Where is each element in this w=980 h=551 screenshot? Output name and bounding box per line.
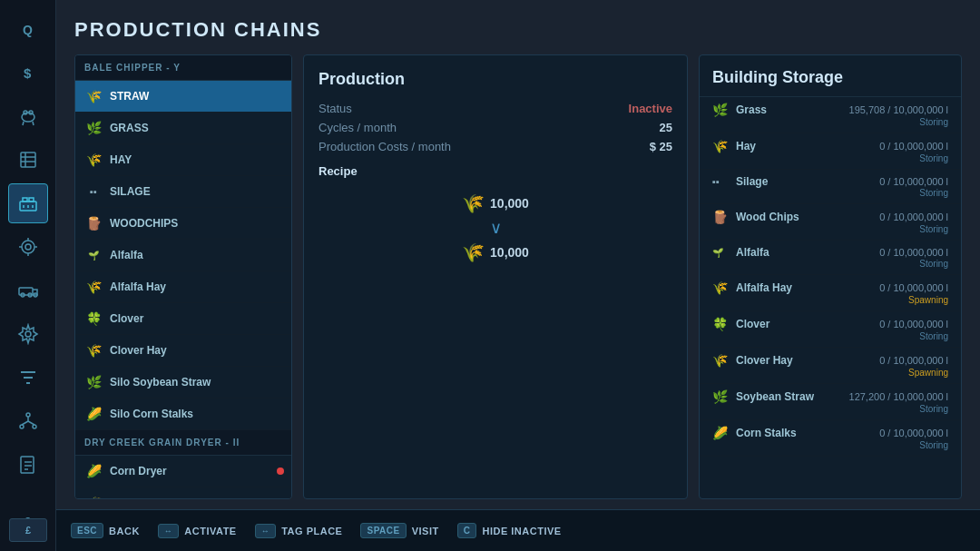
chain-item-alfalfa-hay[interactable]: 🌾 Alfalfa Hay: [75, 271, 291, 303]
clover-hay-storage-icon: 🌾: [712, 353, 729, 368]
chain-item-clover-label: Clover: [110, 312, 143, 325]
chain-item-silo-corn-stalks[interactable]: 🌽 Silo Corn Stalks: [75, 398, 291, 430]
visit-button[interactable]: SPACE VISIT: [360, 523, 438, 538]
hide-inactive-button[interactable]: C HIDE INACTIVE: [457, 523, 562, 538]
activate-label: ACTIVATE: [184, 526, 236, 536]
chain-item-silo-wheat[interactable]: 🌾 Silo Wheat: [75, 487, 291, 499]
svg-line-5: [23, 122, 24, 125]
alfalfa-storage-status: Storing: [712, 259, 948, 272]
chain-item-alfalfa-label: Alfalfa: [110, 249, 143, 261]
chain-item-silo-wheat-label: Silo Wheat: [110, 497, 165, 499]
soybean-straw-storage-icon: 🌿: [712, 389, 729, 404]
sidebar-item-fields[interactable]: [8, 227, 48, 267]
costs-row: Production Costs / month $ 25: [318, 140, 672, 153]
sidebar-item-production[interactable]: [8, 183, 48, 223]
storage-item-alfalfa-hay: 🌾 Alfalfa Hay 0 / 10,000,000 l Spawning: [700, 275, 961, 311]
activate-key-badge: ↔: [158, 524, 180, 538]
grass-storage-amount: 195,708 / 10,000,000 l: [849, 104, 948, 115]
hay-storage-name: Hay: [736, 140, 872, 153]
chain-item-silo-soybean-label: Silo Soybean Straw: [110, 376, 211, 389]
hay-storage-amount: 0 / 10,000,000 l: [879, 141, 948, 152]
cycles-value: 25: [660, 121, 672, 134]
chain-item-clover-hay-label: Clover Hay: [110, 344, 167, 357]
alfalfa-storage-name: Alfalfa: [736, 246, 872, 259]
alfalfa-icon: 🌱: [84, 246, 103, 264]
corn-dryer-icon: 🌽: [84, 462, 103, 480]
storage-item-soybean-straw: 🌿 Soybean Straw 127,200 / 10,000,000 l S…: [700, 384, 961, 420]
storage-item-grass: 🌿 Grass 195,708 / 10,000,000 l Storing: [700, 97, 961, 133]
panels-container: BALE CHIPPER - Y 🌾 STRAW 🌿 GRASS 🌾 HAY ▪…: [74, 54, 962, 499]
sidebar-item-help[interactable]: [8, 445, 48, 485]
sidebar-item-vehicles[interactable]: [8, 271, 48, 310]
recipe-output: 🌾 10,000: [462, 241, 529, 263]
chain-item-woodchips[interactable]: 🪵 WOODCHIPS: [75, 208, 291, 240]
corner-label: £: [25, 525, 31, 536]
sidebar: Q $: [0, 0, 56, 551]
hide-inactive-label: HIDE INACTIVE: [482, 526, 561, 536]
silage-storage-icon: ▪▪: [712, 176, 729, 187]
corn-stalks-storage-status: Storing: [712, 440, 948, 454]
section-header-dry-creek: DRY CREEK GRAIN DRYER - II: [75, 430, 291, 456]
corner-button[interactable]: £: [9, 518, 47, 542]
silo-soybean-icon: 🌿: [84, 373, 103, 391]
clover-icon: 🍀: [84, 310, 103, 328]
sidebar-item-livestock[interactable]: [8, 96, 48, 136]
chain-item-clover-hay[interactable]: 🌾 Clover Hay: [75, 335, 291, 367]
svg-rect-37: [21, 457, 34, 473]
costs-label: Production Costs / month: [318, 140, 451, 153]
hay-storage-icon: 🌾: [712, 139, 729, 153]
grass-icon: 🌿: [84, 119, 103, 137]
section-header-bale-chipper: BALE CHIPPER - Y: [75, 55, 291, 81]
sidebar-item-maps[interactable]: [8, 140, 48, 180]
sidebar-item-quest[interactable]: Q: [8, 9, 48, 49]
silage-storage-amount: 0 / 10,000,000 l: [879, 176, 948, 187]
svg-line-6: [33, 122, 34, 125]
tag-button[interactable]: ↔ TAG PLACE: [255, 524, 343, 538]
svg-rect-7: [21, 153, 35, 167]
corn-dryer-status-dot: [277, 467, 284, 475]
chain-item-clover[interactable]: 🍀 Clover: [75, 303, 291, 335]
storage-item-silage: ▪▪ Silage 0 / 10,000,000 l Storing: [700, 170, 961, 204]
chain-item-hay[interactable]: 🌾 HAY: [75, 144, 291, 176]
alfalfa-storage-amount: 0 / 10,000,000 l: [879, 247, 948, 258]
page-title: PRODUCTION CHAINS: [74, 18, 962, 42]
soybean-straw-storage-amount: 127,200 / 10,000,000 l: [849, 391, 948, 402]
sidebar-item-economy[interactable]: $: [8, 53, 48, 93]
sidebar-item-settings[interactable]: [8, 314, 48, 354]
chain-item-silo-corn-stalks-label: Silo Corn Stalks: [110, 408, 193, 420]
svg-text:Q: Q: [23, 23, 33, 37]
sidebar-item-org[interactable]: [8, 401, 48, 441]
main-content: PRODUCTION CHAINS BALE CHIPPER - Y 🌾 STR…: [56, 0, 980, 508]
back-button[interactable]: ESC BACK: [71, 523, 140, 538]
grass-storage-icon: 🌿: [712, 103, 729, 117]
recipe-title: Recipe: [318, 164, 672, 178]
straw-icon: 🌾: [84, 87, 103, 105]
chain-item-grass[interactable]: 🌿 GRASS: [75, 113, 291, 144]
chain-item-silo-soybean[interactable]: 🌿 Silo Soybean Straw: [75, 367, 291, 398]
activate-button[interactable]: ↔ ACTIVATE: [158, 524, 237, 538]
clover-hay-storage-amount: 0 / 10,000,000 l: [879, 355, 948, 366]
alfalfa-hay-storage-icon: 🌾: [712, 280, 729, 295]
recipe-output-icon: 🌾: [462, 241, 485, 263]
svg-rect-13: [29, 198, 34, 202]
alfalfa-hay-storage-status: Spawning: [712, 295, 948, 309]
chain-item-silage[interactable]: ▪▪ SILAGE: [75, 176, 291, 208]
svg-point-18: [25, 244, 31, 250]
silo-wheat-icon: 🌾: [84, 494, 103, 499]
chain-item-alfalfa[interactable]: 🌱 Alfalfa: [75, 240, 291, 271]
chain-item-corn-dryer[interactable]: 🌽 Corn Dryer: [75, 456, 291, 487]
svg-line-36: [28, 421, 34, 425]
woodchips-storage-amount: 0 / 10,000,000 l: [879, 212, 948, 222]
chains-panel: BALE CHIPPER - Y 🌾 STRAW 🌿 GRASS 🌾 HAY ▪…: [74, 54, 292, 499]
storage-item-corn-stalks: 🌽 Corn Stalks 0 / 10,000,000 l Storing: [700, 420, 961, 457]
sidebar-item-filters[interactable]: [8, 358, 48, 398]
clover-storage-icon: 🍀: [712, 317, 729, 331]
svg-rect-12: [23, 198, 27, 202]
status-row: Status Inactive: [318, 102, 672, 115]
storage-item-clover-hay: 🌾 Clover Hay 0 / 10,000,000 l Spawning: [700, 348, 961, 384]
costs-value: $ 25: [650, 140, 672, 153]
status-label: Status: [318, 102, 352, 115]
soybean-straw-storage-status: Storing: [712, 404, 948, 418]
chain-item-straw[interactable]: 🌾 STRAW: [75, 81, 291, 113]
clover-storage-status: Storing: [712, 331, 948, 345]
